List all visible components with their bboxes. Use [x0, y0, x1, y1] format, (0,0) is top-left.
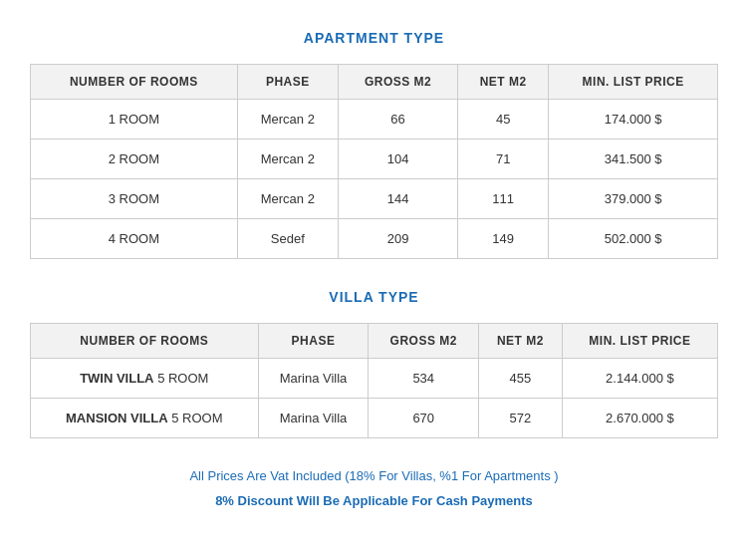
cell-net: 455 — [478, 359, 562, 399]
villa-section-title: VILLA TYPE — [30, 289, 718, 305]
cell-phase: Marina Villa — [258, 359, 369, 399]
villa-col-net: NET M2 — [478, 324, 562, 359]
cell-gross: 144 — [339, 179, 458, 219]
cell-rooms: MANSION VILLA 5 ROOM — [31, 399, 259, 438]
apartment-section-title: APARTMENT TYPE — [30, 30, 718, 46]
cell-gross: 104 — [339, 140, 458, 179]
cell-gross: 534 — [369, 359, 479, 399]
cell-gross: 66 — [339, 100, 458, 140]
cell-rooms: TWIN VILLA 5 ROOM — [31, 359, 259, 399]
cell-net: 111 — [458, 179, 549, 219]
cell-phase: Mercan 2 — [237, 100, 338, 140]
cell-net: 149 — [458, 219, 549, 259]
table-row: MANSION VILLA 5 ROOM Marina Villa 670 57… — [31, 399, 718, 438]
table-row: 1 ROOM Mercan 2 66 45 174.000 $ — [31, 100, 718, 140]
villa-col-gross: GROSS M2 — [369, 324, 479, 359]
cell-price: 2.144.000 $ — [562, 359, 717, 399]
cell-rooms: 3 ROOM — [31, 179, 238, 219]
cell-gross: 209 — [339, 219, 458, 259]
cell-price: 174.000 $ — [549, 100, 718, 140]
table-row: 2 ROOM Mercan 2 104 71 341.500 $ — [31, 140, 718, 179]
apartment-table-header-row: NUMBER OF ROOMS PHASE GROSS M2 NET M2 MI… — [31, 65, 718, 100]
cell-price: 2.670.000 $ — [562, 399, 717, 438]
villa-col-rooms: NUMBER OF ROOMS — [31, 324, 259, 359]
cell-phase: Sedef — [237, 219, 338, 259]
cell-rooms: 1 ROOM — [31, 100, 238, 140]
cell-net: 71 — [458, 140, 549, 179]
table-row: 4 ROOM Sedef 209 149 502.000 $ — [31, 219, 718, 259]
villa-col-phase: PHASE — [258, 324, 369, 359]
apartment-col-price: MIN. LIST PRICE — [549, 65, 718, 100]
cell-price: 379.000 $ — [549, 179, 718, 219]
footer-note-vat: All Prices Are Vat Included (18% For Vil… — [30, 468, 718, 483]
apartment-col-gross: GROSS M2 — [339, 65, 458, 100]
apartment-col-net: NET M2 — [458, 65, 549, 100]
cell-price: 341.500 $ — [549, 140, 718, 179]
cell-net: 45 — [458, 100, 549, 140]
cell-net: 572 — [478, 399, 562, 438]
cell-rooms: 4 ROOM — [31, 219, 238, 259]
cell-phase: Mercan 2 — [237, 179, 338, 219]
table-row: TWIN VILLA 5 ROOM Marina Villa 534 455 2… — [31, 359, 718, 399]
apartment-table: NUMBER OF ROOMS PHASE GROSS M2 NET M2 MI… — [30, 64, 718, 259]
cell-price: 502.000 $ — [549, 219, 718, 259]
cell-phase: Marina Villa — [258, 399, 369, 438]
villa-table-header-row: NUMBER OF ROOMS PHASE GROSS M2 NET M2 MI… — [31, 324, 718, 359]
cell-rooms: 2 ROOM — [31, 140, 238, 179]
footer-note-discount: 8% Discount Will Be Applicable For Cash … — [30, 493, 718, 508]
cell-phase: Mercan 2 — [237, 140, 338, 179]
apartment-col-phase: PHASE — [237, 65, 338, 100]
apartment-col-rooms: NUMBER OF ROOMS — [31, 65, 238, 100]
cell-gross: 670 — [369, 399, 479, 438]
villa-col-price: MIN. LIST PRICE — [562, 324, 717, 359]
villa-table: NUMBER OF ROOMS PHASE GROSS M2 NET M2 MI… — [30, 323, 718, 438]
table-row: 3 ROOM Mercan 2 144 111 379.000 $ — [31, 179, 718, 219]
